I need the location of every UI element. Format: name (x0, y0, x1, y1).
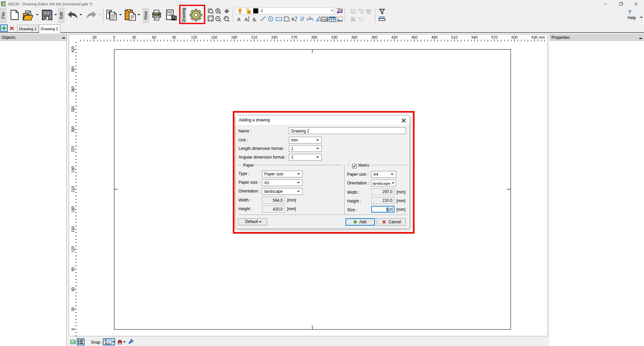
svg-text:CAD: CAD (71, 341, 76, 343)
svg-text:180: 180 (231, 35, 237, 39)
svg-text:360: 360 (351, 35, 357, 39)
svg-text:30: 30 (71, 307, 75, 311)
svg-text:450: 450 (411, 35, 417, 39)
svg-text:300: 300 (71, 126, 75, 132)
svg-text:11: 11 (309, 16, 312, 19)
svg-text:630: 630 (532, 35, 538, 39)
svg-text:210: 210 (71, 186, 75, 192)
svg-text:330: 330 (331, 35, 337, 39)
svg-text:390: 390 (371, 35, 377, 39)
svg-text:150: 150 (211, 35, 217, 39)
svg-text:mm: mm (539, 35, 545, 39)
svg-text:CAD: CAD (322, 18, 328, 21)
svg-text:240: 240 (71, 166, 75, 172)
svg-text:390: 390 (71, 66, 75, 72)
svg-text:420: 420 (391, 35, 397, 39)
svg-text:B: B (291, 17, 294, 22)
svg-text:0: 0 (71, 328, 75, 330)
svg-text:120: 120 (191, 35, 197, 39)
svg-text:570: 570 (491, 35, 497, 39)
svg-text:420: 420 (71, 46, 75, 52)
svg-text:240: 240 (271, 35, 277, 39)
svg-text:150: 150 (71, 226, 75, 232)
svg-text:60: 60 (71, 287, 75, 291)
svg-text:480: 480 (431, 35, 437, 39)
svg-text:A: A (245, 16, 248, 22)
svg-text:A: A (237, 16, 240, 22)
svg-text:180: 180 (71, 206, 75, 212)
svg-text:330: 330 (71, 106, 75, 112)
svg-text:300: 300 (311, 35, 317, 39)
svg-text:270: 270 (291, 35, 297, 39)
svg-text:600: 600 (512, 35, 518, 39)
svg-text:0: 0 (113, 35, 115, 39)
svg-text:90: 90 (71, 267, 75, 271)
svg-text:120: 120 (71, 246, 75, 252)
svg-text:30: 30 (132, 35, 136, 39)
svg-text:540: 540 (471, 35, 477, 39)
svg-text:510: 510 (451, 35, 458, 39)
svg-text:60: 60 (152, 35, 156, 39)
svg-text:-30: -30 (91, 35, 97, 39)
svg-text:360: 360 (71, 86, 75, 92)
svg-text:210: 210 (251, 35, 257, 39)
svg-text:90: 90 (172, 35, 176, 39)
svg-text:270: 270 (71, 146, 75, 152)
